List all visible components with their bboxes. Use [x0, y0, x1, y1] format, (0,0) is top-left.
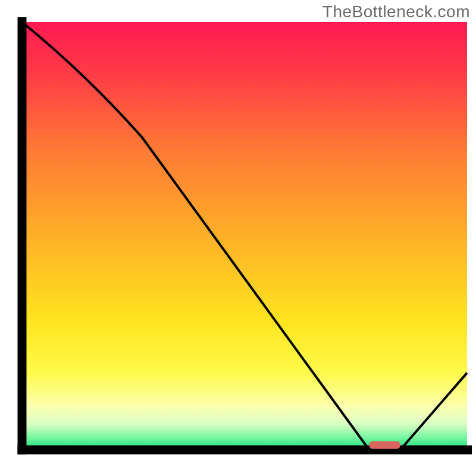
- bottleneck-chart: [0, 0, 476, 476]
- watermark-text: TheBottleneck.com: [322, 2, 470, 21]
- chart-container: { "watermark": "TheBottleneck.com", "cha…: [0, 0, 476, 476]
- plot-background: [22, 22, 467, 450]
- optimal-range-marker: [369, 441, 400, 449]
